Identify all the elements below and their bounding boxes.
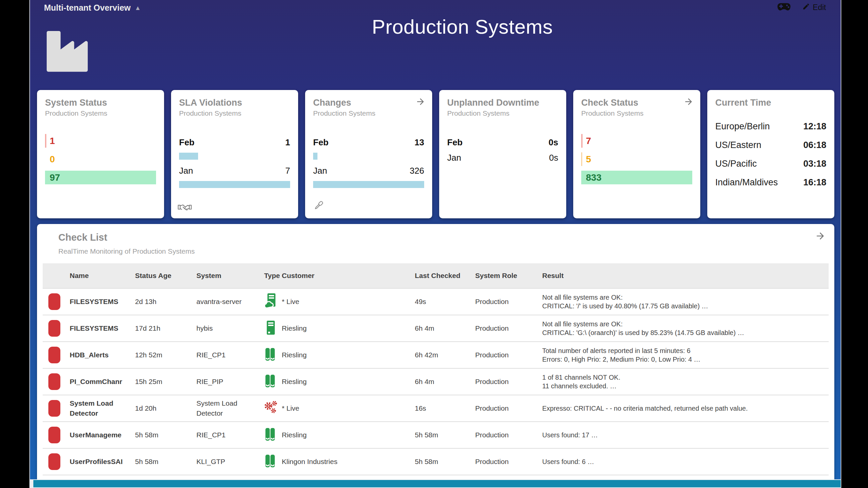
- time-row: US/Eastern 06:18: [715, 139, 826, 151]
- month-values: Feb 0s Jan 0s: [447, 137, 558, 163]
- month-label: Jan: [313, 165, 327, 176]
- database-icon: [264, 453, 282, 470]
- check-name: FILESYSTEMS: [70, 297, 135, 307]
- card-check-status[interactable]: Check Status Production Systems 7 5 833: [573, 90, 700, 218]
- dashboard-title: Multi-tenant Overview: [44, 3, 131, 13]
- stat-value: 833: [581, 172, 601, 183]
- timezone-time: 03:18: [803, 158, 826, 169]
- check-list-panel: Check List RealTime Monitoring of Produc…: [37, 224, 834, 479]
- status-stats: 7 5 833: [581, 134, 692, 184]
- check-name: System Load Detector: [70, 398, 135, 418]
- result: Users found: 6 …: [542, 457, 829, 466]
- result: Not all file systems are OK: CRITICAL: '…: [542, 293, 829, 310]
- system: RIE_PIP: [196, 377, 264, 387]
- last-checked: 6h 4m: [415, 323, 475, 333]
- table-row[interactable]: FILESYSTEMS 17d 21h hybis Riesling 6h 4m…: [43, 315, 829, 341]
- stat-value: 7: [581, 136, 591, 147]
- card-title: Check Status: [581, 97, 692, 108]
- system: avantra-server: [196, 297, 264, 307]
- card-title: Unplanned Downtime: [447, 97, 558, 108]
- timezone-time: 06:18: [803, 139, 826, 151]
- database-icon: [264, 347, 282, 364]
- customer: Riesling: [282, 323, 415, 333]
- result: Expresso: CRITICAL - - no criteria match…: [542, 404, 829, 413]
- last-checked: 16s: [415, 403, 475, 413]
- status-badge: [48, 400, 60, 417]
- month-bars: Feb 13 Jan 326: [313, 137, 424, 188]
- customer: Riesling: [282, 377, 415, 387]
- status-badge: [48, 453, 60, 470]
- system-role: Production: [475, 457, 542, 467]
- dashboard-selector[interactable]: Multi-tenant Overview ▲: [44, 3, 141, 13]
- table-row[interactable]: PI_CommChanr 15h 25m RIE_PIP Riesling 6h…: [43, 368, 829, 395]
- customer: * Live: [282, 297, 415, 307]
- table-row[interactable]: ABAPMonSAPA 5h 58m SAPA Riesling 5h 58m …: [43, 475, 829, 479]
- card-changes[interactable]: Changes Production Systems Feb 13 Jan 32…: [305, 90, 432, 218]
- edit-label: Edit: [813, 3, 826, 12]
- timezone-time: 16:18: [803, 177, 826, 188]
- database-icon: [264, 427, 282, 444]
- table-header: Name Status Age System Type Customer Las…: [43, 263, 829, 288]
- timezone-label: Indian/Maldives: [715, 177, 778, 188]
- gamepad-icon[interactable]: [777, 2, 791, 13]
- stat-critical: 1: [45, 134, 156, 148]
- arrow-forward-icon[interactable]: [415, 97, 426, 108]
- edit-button[interactable]: Edit: [802, 3, 826, 12]
- card-title: SLA Violations: [179, 97, 290, 108]
- month-row: Jan 0s: [447, 152, 558, 163]
- stat-value: 1: [45, 136, 55, 147]
- card-unplanned-downtime[interactable]: Unplanned Downtime Production Systems Fe…: [439, 90, 566, 218]
- last-checked: 6h 4m: [415, 377, 475, 387]
- status-badge: [48, 320, 60, 337]
- status-age: 1d 20h: [135, 403, 196, 413]
- month-value: 0s: [549, 137, 558, 148]
- handshake-icon: [178, 202, 192, 214]
- scrollbar-thumb[interactable]: [33, 480, 841, 487]
- card-sla-violations[interactable]: SLA Violations Production Systems Feb 1 …: [171, 90, 298, 218]
- stat-value: 97: [45, 172, 60, 183]
- month-row: Jan 7: [179, 165, 290, 176]
- system-role: Production: [475, 323, 542, 333]
- horizontal-scrollbar[interactable]: [30, 479, 841, 488]
- system-role: Production: [475, 403, 542, 413]
- status-age: 17d 21h: [135, 323, 196, 333]
- table-row[interactable]: UserProfilesSAI 5h 58m KLI_GTP Klingon I…: [43, 448, 829, 475]
- database-icon: [264, 373, 282, 390]
- last-checked: 49s: [415, 297, 475, 307]
- stat-bar: [45, 171, 156, 184]
- table-row[interactable]: HDB_Alerts 12h 52m RIE_CP1 Riesling 6h 4…: [43, 341, 829, 368]
- system-role: Production: [475, 297, 542, 307]
- status-badge: [48, 427, 60, 443]
- timezone-label: US/Eastern: [715, 139, 761, 151]
- card-title: Changes: [313, 97, 424, 108]
- collapse-icon[interactable]: ▲: [135, 4, 141, 12]
- col-system: System: [196, 272, 264, 280]
- arrow-forward-icon[interactable]: [684, 97, 693, 108]
- check-list-table: Name Status Age System Type Customer Las…: [43, 263, 829, 479]
- arrow-forward-icon[interactable]: [815, 231, 826, 243]
- month-row: Feb 0s: [447, 137, 558, 148]
- time-list: Europe/Berlin 12:18 US/Eastern 06:18 US/…: [715, 121, 826, 188]
- status-age: 5h 58m: [135, 430, 196, 440]
- server-cloud-icon: [264, 293, 282, 310]
- month-label: Feb: [447, 137, 463, 148]
- card-system-status[interactable]: System Status Production Systems 1 0 97: [37, 90, 164, 218]
- last-checked: 5h 58m: [415, 430, 475, 440]
- table-row[interactable]: System Load Detector 1d 20h System Load …: [43, 395, 829, 421]
- gears-icon: [264, 400, 282, 417]
- col-customer: Customer: [282, 272, 415, 280]
- customer: * Live: [282, 403, 415, 413]
- month-value: 326: [410, 165, 424, 176]
- status-age: 5h 58m: [135, 457, 196, 467]
- stat-value: 0: [45, 154, 55, 165]
- system: KLI_GTP: [196, 457, 264, 467]
- table-row[interactable]: FILESYSTEMS 2d 13h avantra-server * Live…: [43, 288, 829, 315]
- kpi-cards: System Status Production Systems 1 0 97: [37, 90, 834, 218]
- system: hybis: [196, 323, 264, 333]
- check-name: UserProfilesSAI: [70, 457, 135, 467]
- system: RIE_CP1: [196, 430, 264, 440]
- table-row[interactable]: UserManageme 5h 58m RIE_CP1 Riesling 5h …: [43, 421, 829, 448]
- system-role: Production: [475, 377, 542, 387]
- card-subtitle: Production Systems: [447, 109, 558, 118]
- col-last-checked: Last Checked: [415, 272, 475, 280]
